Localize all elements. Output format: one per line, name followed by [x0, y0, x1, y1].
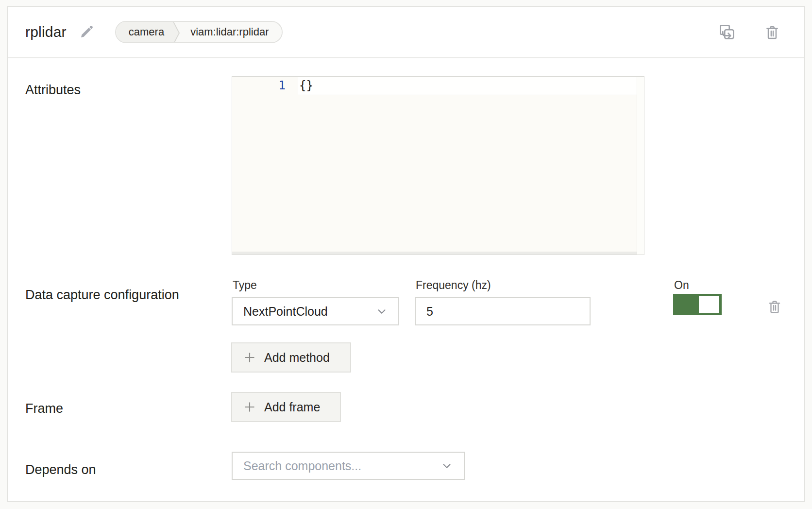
add-frame-button[interactable]: Add frame	[231, 392, 341, 422]
add-method-button[interactable]: Add method	[231, 342, 351, 373]
duplicate-icon	[718, 23, 736, 41]
edit-name-button[interactable]	[78, 24, 95, 40]
plus-icon	[243, 400, 256, 414]
data-capture-label: Data capture configuration	[25, 285, 190, 305]
attributes-json-editor[interactable]: 1 {}	[232, 76, 644, 255]
plus-icon	[243, 351, 256, 364]
delete-component-button[interactable]	[761, 21, 783, 43]
frequency-input[interactable]	[416, 298, 590, 324]
component-model: viam:lidar:rplidar	[183, 22, 281, 42]
trash-icon	[763, 23, 781, 41]
type-field-label: Type	[233, 279, 257, 292]
frequency-input-wrap	[415, 297, 591, 325]
delete-capture-method-button[interactable]	[764, 296, 785, 317]
component-name: rplidar	[25, 24, 67, 40]
frequency-field-label: Frequency (hz)	[416, 279, 491, 292]
card-header: rplidar camera viam:lidar:rplidar	[8, 7, 804, 58]
capture-toggle-label: On	[674, 279, 689, 292]
frame-label: Frame	[25, 399, 63, 419]
trash-icon	[766, 298, 783, 315]
depends-on-placeholder: Search components...	[243, 459, 361, 473]
chevron-down-icon	[375, 305, 388, 318]
depends-on-label: Depends on	[25, 460, 96, 480]
duplicate-component-button[interactable]	[716, 21, 738, 43]
add-method-label: Add method	[264, 351, 330, 365]
editor-code-line[interactable]: {}	[299, 77, 313, 95]
editor-horizontal-scrollbar[interactable]	[232, 252, 637, 254]
capture-type-select[interactable]: NextPointCloud	[232, 297, 399, 325]
editor-line-number: 1	[232, 77, 286, 95]
component-category: camera	[116, 22, 173, 42]
attributes-label: Attributes	[25, 80, 81, 100]
pencil-icon	[78, 24, 95, 40]
component-config-card: rplidar camera viam:lidar:rplidar	[7, 6, 805, 502]
add-frame-label: Add frame	[264, 400, 320, 414]
capture-on-toggle[interactable]	[673, 294, 722, 315]
component-type-pill: camera viam:lidar:rplidar	[115, 21, 283, 43]
capture-type-value: NextPointCloud	[243, 305, 328, 319]
editor-active-line	[298, 77, 637, 95]
depends-on-select[interactable]: Search components...	[232, 452, 465, 480]
pill-divider-chevron	[173, 22, 183, 43]
toggle-knob	[699, 296, 719, 313]
editor-vertical-scrollbar[interactable]	[637, 77, 644, 254]
chevron-down-icon	[440, 459, 453, 472]
